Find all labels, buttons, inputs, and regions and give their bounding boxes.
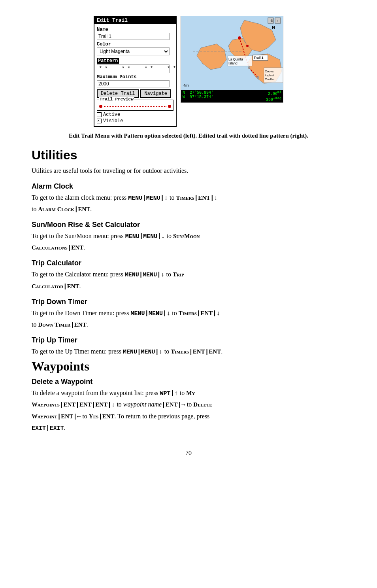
map-svg: ⊕ ↑ N La Quinta Island Trail 1 Cooks Ing… <box>181 16 283 103</box>
trip-down-body: To get to the Down Timer menu: press MEN… <box>32 308 345 331</box>
td-sc1: Timers <box>179 310 197 316</box>
trip-calc-body: To get to the Calculator menu: press MEN… <box>32 269 345 292</box>
active-checkbox[interactable] <box>97 112 102 117</box>
visible-label: Visible <box>103 118 123 124</box>
figure-caption: Edit Trail Menu with Pattern option sele… <box>32 132 345 140</box>
color-label: Color <box>97 42 173 47</box>
svg-point-7 <box>238 36 241 40</box>
color-select[interactable]: Light Magenta <box>97 47 170 55</box>
td-sc3: Down Timer <box>38 321 70 328</box>
trail-preview-title: Trail Preview <box>99 97 134 102</box>
waypoints-section-title: Waypoints <box>32 359 345 374</box>
svg-text:Cooks: Cooks <box>265 70 274 73</box>
tu-text1: To get to the Up Timer menu: press <box>32 348 123 355</box>
delete-waypoint-body: To delete a waypoint from the waypoint l… <box>32 388 345 434</box>
navigate-button[interactable]: Navigate <box>140 89 171 98</box>
ac-sc3: Alarm Clock <box>38 206 74 212</box>
td-sc4: ENT <box>74 321 87 328</box>
pattern-label: Pattern <box>97 58 119 64</box>
trail-dotted-line <box>104 106 166 107</box>
visible-checkbox[interactable] <box>97 119 102 123</box>
delete-waypoint-title: Delete a Waypoint <box>32 378 345 386</box>
dw-text6: . To return to the previous page, press <box>115 413 210 420</box>
tu-text2: to <box>163 348 171 355</box>
name-input[interactable] <box>97 33 170 40</box>
trail-preview-line <box>99 104 171 109</box>
ac-kbd1: MENU <box>128 195 142 202</box>
td-text1: To get to the Down Timer menu: press <box>32 310 130 316</box>
pattern-dots: ** ** ** ** <box>99 66 179 72</box>
svg-text:N: N <box>272 25 275 30</box>
page-number: 70 <box>32 450 345 457</box>
alarm-clock-body: To get to the alarm clock menu: press ME… <box>32 192 345 215</box>
trip-down-title: Trip Down Timer <box>32 298 345 306</box>
dw-kbd1: WPT <box>160 390 171 397</box>
sun-moon-title: Sun/Moon Rise & Set Calculator <box>32 221 345 229</box>
map-dist-bearing: 2.96mi 359°mag <box>266 91 281 102</box>
svg-point-8 <box>246 45 249 47</box>
pattern-input[interactable]: ** ** ** ** <box>97 64 170 73</box>
top-figure: Edit Trail Name Color Light Magenta Patt… <box>32 16 345 127</box>
map-distance: 2.96mi <box>266 91 281 96</box>
map-panel: ⊕ ↑ N La Quinta Island Trail 1 Cooks Ing… <box>181 16 283 103</box>
trail-start-dot <box>99 105 102 108</box>
sm-kbd2: MENU <box>143 233 157 240</box>
trip-up-body: To get to the Up Timer menu: press MENU|… <box>32 346 345 357</box>
td-text2: to <box>170 310 178 316</box>
tu-sc1: Timers <box>171 348 189 355</box>
svg-text:⊕: ⊕ <box>270 19 273 23</box>
ac-sc2: ENT <box>198 195 210 201</box>
svg-point-10 <box>257 76 259 79</box>
dw-sc4: ENT <box>95 401 107 408</box>
svg-point-9 <box>248 66 250 69</box>
tc-kbd2: MENU <box>143 272 157 278</box>
max-points-label: Maximum Points <box>97 74 173 80</box>
tu-sc2: ENT <box>193 348 205 355</box>
svg-text:On-the: On-the <box>265 78 275 81</box>
sm-text2: to <box>165 233 173 239</box>
trail-end-dot <box>168 105 171 108</box>
utilities-section-title: Utilities <box>32 148 345 163</box>
svg-text:Inglesi: Inglesi <box>265 74 274 77</box>
svg-text:↑: ↑ <box>277 19 279 23</box>
tc-text2: to <box>165 271 173 278</box>
alarm-clock-title: Alarm Clock <box>32 182 345 191</box>
svg-text:Island: Island <box>228 61 238 65</box>
edit-trail-title: Edit Trail <box>94 17 176 24</box>
ac-text1: To get to the alarm clock menu: press <box>32 194 128 201</box>
dw-text1: To delete a waypoint from the waypoint l… <box>32 389 160 396</box>
sm-sc2: ENT <box>71 244 83 251</box>
utilities-intro: Utilities are useful tools for traveling… <box>32 166 345 176</box>
dw-sc8: Yes <box>89 413 98 420</box>
dw-text5: to <box>81 413 89 420</box>
trail-preview-box: Trail Preview <box>97 100 173 111</box>
dw-text4: to <box>185 401 193 408</box>
dw-sc9: ENT <box>102 413 115 420</box>
svg-text:La Quinta: La Quinta <box>228 57 243 61</box>
sm-kbd1: MENU <box>125 233 139 240</box>
sun-moon-body: To get to the Sun/Moon menu: press MENU|… <box>32 231 345 253</box>
active-label: Active <box>103 112 120 117</box>
dw-sc2: ENT <box>63 401 75 408</box>
svg-text:Trail 1: Trail 1 <box>254 56 264 60</box>
td-kbd2: MENU <box>149 310 163 317</box>
dw-sc7: ENT <box>61 413 73 420</box>
name-label: Name <box>97 27 173 32</box>
trip-calc-title: Trip Calculator <box>32 259 345 267</box>
max-points-input[interactable] <box>97 80 170 87</box>
dw-kbd2: EXIT <box>32 425 46 432</box>
trip-up-title: Trip Up Timer <box>32 336 345 344</box>
map-coords: N 27°50.894' W 97°15.374' <box>183 91 213 102</box>
coord-n: N 27°50.894' <box>183 91 213 95</box>
tu-kbd1: MENU <box>123 349 137 355</box>
visible-row: Visible <box>97 118 173 124</box>
map-bearing: 359°mag <box>266 96 281 102</box>
active-row: Active <box>97 112 173 117</box>
dw-it1: waypoint name <box>123 401 162 408</box>
coord-w: W 97°15.374' <box>183 95 213 99</box>
dw-text3: to <box>115 401 123 408</box>
svg-text:4mi: 4mi <box>183 83 189 87</box>
tc-text1: To get to the Calculator menu: press <box>32 271 125 278</box>
tu-sc3: ENT <box>209 348 221 355</box>
ac-sc1: Timers <box>176 195 194 201</box>
